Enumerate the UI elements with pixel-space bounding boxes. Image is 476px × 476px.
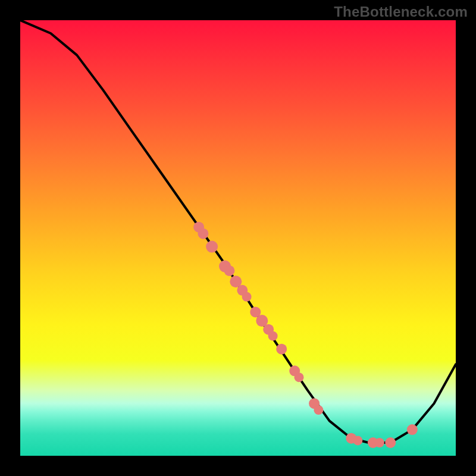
data-marker xyxy=(268,331,278,341)
watermark-text: TheBottleneck.com xyxy=(334,4,468,20)
curve-svg xyxy=(20,20,456,456)
data-marker xyxy=(314,405,323,415)
data-marker xyxy=(385,437,396,448)
data-marker xyxy=(242,292,252,302)
data-marker xyxy=(224,265,234,276)
bottleneck-curve xyxy=(20,20,456,443)
data-marker xyxy=(407,424,418,435)
data-marker xyxy=(375,438,384,447)
data-marker xyxy=(198,228,208,239)
data-marker xyxy=(206,241,218,253)
data-marker xyxy=(295,372,304,382)
data-marker xyxy=(353,436,362,445)
data-marker xyxy=(276,344,287,355)
